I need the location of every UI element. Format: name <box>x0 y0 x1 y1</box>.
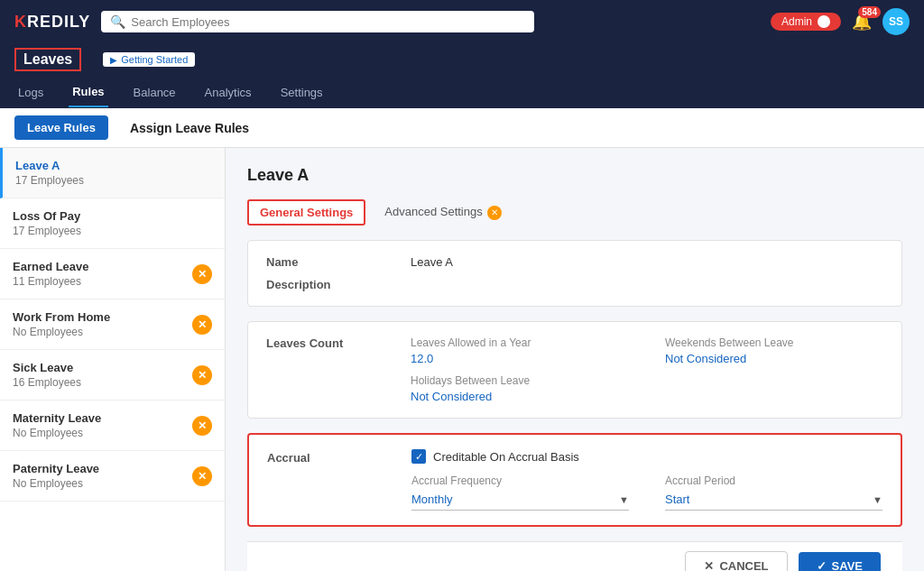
leaves-title: Leaves <box>14 48 81 71</box>
nav-link-analytics[interactable]: Analytics <box>201 78 255 106</box>
period-value: Start <box>665 493 689 506</box>
play-icon: ▶ <box>110 55 117 65</box>
leave-type-icon: ✕ <box>192 466 212 486</box>
sub-nav-links: Logs Rules Balance Analytics Settings <box>0 76 924 108</box>
leaves-count-section: Leaves Count Leaves Allowed in a Year 12… <box>247 321 902 419</box>
frequency-label: Accrual Frequency <box>411 474 629 487</box>
period-block: Accrual Period Start ▼ <box>665 474 882 511</box>
top-nav: KREDILY 🔍 Admin 🔔 584 SS <box>0 0 924 43</box>
nav-right: Admin 🔔 584 SS <box>771 8 910 35</box>
nav-link-balance[interactable]: Balance <box>130 78 180 106</box>
sidebar-item-subtitle: 16 Employees <box>13 376 81 389</box>
leaves-allowed-value: 12.0 <box>411 352 629 365</box>
save-button[interactable]: ✓ SAVE <box>799 552 881 571</box>
advanced-tab-close-icon[interactable]: ✕ <box>487 206 502 220</box>
sidebar-item-title: Loss Of Pay <box>13 209 81 223</box>
sidebar-item-work-from-home[interactable]: Work From Home No Employees ✕ <box>0 299 225 350</box>
sidebar-item-leave-a[interactable]: Leave A 17 Employees <box>0 148 225 198</box>
holidays-label: Holidays Between Leave <box>411 374 883 387</box>
nav-link-logs[interactable]: Logs <box>14 78 47 106</box>
sidebar-item-subtitle: 11 Employees <box>13 275 89 288</box>
leaves-allowed-block: Leaves Allowed in a Year 12.0 <box>411 336 629 365</box>
avatar[interactable]: SS <box>882 8 910 35</box>
sidebar-item-title: Earned Leave <box>13 260 89 273</box>
period-label: Accrual Period <box>665 474 882 487</box>
search-input[interactable] <box>131 15 525 29</box>
detail-title: Leave A <box>247 166 902 185</box>
accrual-select-row: Accrual Frequency Monthly ▼ Accrual Peri… <box>411 474 882 511</box>
sidebar-item-subtitle: No Employees <box>13 477 99 490</box>
sidebar-item-loss-of-pay[interactable]: Loss Of Pay 17 Employees <box>0 198 225 249</box>
notification-count: 584 <box>858 6 881 18</box>
accrual-content: ✓ Creditable On Accrual Basis Accrual Fr… <box>411 449 882 511</box>
leaves-allowed-label: Leaves Allowed in a Year <box>411 336 629 349</box>
leaves-count-label: Leaves Count <box>266 336 411 403</box>
tab-row: Leave Rules Assign Leave Rules <box>0 108 924 148</box>
save-check-icon: ✓ <box>817 559 827 571</box>
holidays-value: Not Considered <box>411 390 883 403</box>
weekends-block: Weekends Between Leave Not Considered <box>665 336 883 365</box>
description-row: Description <box>266 278 883 291</box>
period-dropdown-icon: ▼ <box>873 494 882 505</box>
sub-nav-title-row: Leaves ▶ Getting Started <box>0 43 924 76</box>
leave-type-icon: ✕ <box>192 264 212 284</box>
cancel-button[interactable]: ✕ CANCEL <box>685 551 787 571</box>
sidebar-item-subtitle: 17 Employees <box>15 174 84 187</box>
logo: KREDILY <box>14 13 90 32</box>
frequency-value: Monthly <box>411 493 453 506</box>
name-value: Leave A <box>411 255 453 269</box>
sidebar-item-earned-leave[interactable]: Earned Leave 11 Employees ✕ <box>0 249 225 299</box>
sidebar-item-title: Sick Leave <box>13 361 81 374</box>
sidebar-item-subtitle: No Employees <box>13 326 110 338</box>
sidebar-item-paternity-leave[interactable]: Paternity Leave No Employees ✕ <box>0 451 225 502</box>
nav-link-settings[interactable]: Settings <box>277 78 327 106</box>
nav-link-rules[interactable]: Rules <box>69 78 107 107</box>
leave-type-icon: ✕ <box>192 365 212 385</box>
tab-general-settings[interactable]: General Settings <box>247 199 365 226</box>
leave-type-icon: ✕ <box>192 315 212 335</box>
name-label: Name <box>266 255 411 269</box>
search-bar[interactable]: 🔍 <box>101 11 534 32</box>
leaves-count-fields: Leaves Allowed in a Year 12.0 Weekends B… <box>411 336 883 403</box>
notification-bell[interactable]: 🔔 584 <box>852 12 872 32</box>
detail-panel: Leave A General Settings Advanced Settin… <box>226 148 924 571</box>
cancel-x-icon: ✕ <box>704 559 714 571</box>
holidays-block: Holidays Between Leave Not Considered <box>411 374 883 403</box>
tab-leave-rules[interactable]: Leave Rules <box>14 115 108 140</box>
accrual-row: Accrual ✓ Creditable On Accrual Basis Ac… <box>267 449 882 511</box>
logo-k: K <box>14 13 27 31</box>
sidebar-item-subtitle: 17 Employees <box>13 225 81 237</box>
frequency-dropdown-icon: ▼ <box>619 494 629 505</box>
frequency-block: Accrual Frequency Monthly ▼ <box>411 474 629 511</box>
getting-started-button[interactable]: ▶ Getting Started <box>103 52 195 67</box>
sidebar-item-sick-leave[interactable]: Sick Leave 16 Employees ✕ <box>0 350 225 401</box>
sidebar: Leave A 17 Employees Loss Of Pay 17 Empl… <box>0 148 226 571</box>
admin-badge[interactable]: Admin <box>771 13 841 31</box>
leave-type-icon: ✕ <box>192 416 212 436</box>
tab-advanced-settings[interactable]: Advanced Settings ✕ <box>373 199 513 226</box>
accrual-checkbox-label: Creditable On Accrual Basis <box>433 450 579 464</box>
weekends-label: Weekends Between Leave <box>665 336 883 349</box>
sidebar-item-title: Paternity Leave <box>13 462 99 475</box>
admin-toggle[interactable] <box>818 15 830 28</box>
admin-label: Admin <box>781 15 812 28</box>
frequency-select[interactable]: Monthly ▼ <box>411 493 629 511</box>
tab-assign-leave-rules[interactable]: Assign Leave Rules <box>130 121 249 135</box>
leaves-count-top-row: Leaves Allowed in a Year 12.0 Weekends B… <box>411 336 883 365</box>
detail-tabs: General Settings Advanced Settings ✕ <box>247 199 902 226</box>
search-icon: 🔍 <box>110 14 125 29</box>
accrual-label: Accrual <box>267 449 411 511</box>
leaves-count-row: Leaves Count Leaves Allowed in a Year 12… <box>266 336 883 403</box>
description-label: Description <box>266 278 411 291</box>
accrual-checkbox[interactable]: ✓ <box>411 449 426 464</box>
action-bar: ✕ CANCEL ✓ SAVE <box>247 541 902 571</box>
sidebar-item-title: Maternity Leave <box>13 411 101 425</box>
sidebar-item-subtitle: No Employees <box>13 427 101 439</box>
main-layout: Leave A 17 Employees Loss Of Pay 17 Empl… <box>0 148 924 571</box>
weekends-value: Not Considered <box>665 352 883 365</box>
sidebar-item-title: Leave A <box>15 159 84 172</box>
period-select[interactable]: Start ▼ <box>665 493 882 511</box>
accrual-checkbox-row: ✓ Creditable On Accrual Basis <box>411 449 882 464</box>
sidebar-item-maternity-leave[interactable]: Maternity Leave No Employees ✕ <box>0 401 225 451</box>
name-desc-section: Name Leave A Description <box>247 240 902 307</box>
